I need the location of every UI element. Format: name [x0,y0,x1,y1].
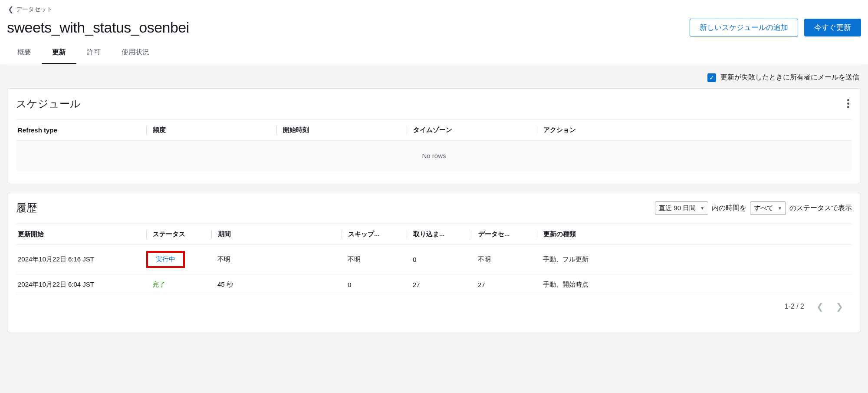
cell-dataset: 不明 [472,255,537,264]
range-select[interactable]: 直近 90 日間 ▼ [655,201,708,215]
schedule-card: スケジュール Refresh type 頻度 開始時刻 タイムゾーン アクション… [7,88,861,183]
cell-start: 2024年10月22日 6:04 JST [16,281,146,289]
mail-on-fail-checkbox[interactable]: ✓ [707,73,716,82]
range-value: 直近 90 日間 [659,204,696,212]
status-value: すべて [754,204,773,212]
col-status: ステータス [146,230,211,238]
chevron-left-icon: ❮ [8,5,13,13]
cell-status: 実行中 [146,251,211,268]
pager-range: 1-2 / 2 [785,303,804,310]
tab-permissions[interactable]: 許可 [76,43,111,64]
cell-dataset: 27 [472,281,537,288]
table-row: 2024年10月22日 6:04 JST 完了 45 秒 0 27 27 手動、… [16,274,852,295]
cell-imported: 27 [407,281,472,288]
filter-mid-label: 内の時間を [712,204,746,213]
schedule-menu-button[interactable] [845,96,852,111]
col-type: 更新の種類 [537,230,852,238]
cell-imported: 0 [407,256,472,263]
chevron-down-icon: ▼ [700,206,704,211]
cell-type: 手動、フル更新 [537,255,852,264]
cell-duration: 不明 [211,255,342,264]
cell-status: 完了 [146,281,211,289]
tab-overview[interactable]: 概要 [7,43,42,64]
add-schedule-button[interactable]: 新しいスケジュールの追加 [690,19,798,36]
col-start: 開始時刻 [276,126,407,134]
page-title: sweets_with_status_osenbei [7,19,189,36]
col-imported: 取り込ま... [407,230,472,238]
chevron-down-icon: ▼ [778,206,782,211]
col-start-time: 更新開始 [16,230,146,238]
tab-usage[interactable]: 使用状況 [111,43,160,64]
history-title: 履歴 [16,201,37,215]
filter-tail-label: のステータスで表示 [789,204,852,213]
pager: 1-2 / 2 ❮ ❯ [16,295,852,320]
cell-start: 2024年10月22日 6:16 JST [16,255,146,264]
pager-next[interactable]: ❯ [836,301,843,312]
col-refresh-type: Refresh type [16,126,146,134]
refresh-now-button[interactable]: 今すぐ更新 [804,19,861,36]
col-timezone: タイムゾーン [407,126,537,134]
history-card: 履歴 直近 90 日間 ▼ 内の時間を すべて ▼ のステータスで表示 更新開始… [7,193,861,332]
cell-duration: 45 秒 [211,281,342,289]
schedule-empty: No rows [16,141,852,171]
breadcrumb[interactable]: ❮ データセット [7,3,861,17]
col-frequency: 頻度 [146,126,276,134]
col-duration: 期間 [211,230,342,238]
tabs: 概要 更新 許可 使用状況 [7,43,861,64]
col-dataset: データセ... [472,230,537,238]
col-skipped: スキップ... [342,230,407,238]
cell-skipped: 不明 [342,255,407,264]
cell-skipped: 0 [342,281,407,288]
history-table-header: 更新開始 ステータス 期間 スキップ... 取り込ま... データセ... 更新… [16,224,852,245]
schedule-title: スケジュール [16,97,81,111]
schedule-table-header: Refresh type 頻度 開始時刻 タイムゾーン アクション [16,119,852,141]
pager-prev[interactable]: ❮ [816,301,824,312]
col-action: アクション [537,126,852,134]
breadcrumb-label: データセット [16,6,53,13]
mail-on-fail-label: 更新が失敗したときに所有者にメールを送信 [720,73,859,82]
status-select[interactable]: すべて ▼ [750,201,786,215]
table-row: 2024年10月22日 6:16 JST 実行中 不明 不明 0 不明 手動、フ… [16,245,852,274]
cell-type: 手動、開始時点 [537,281,852,289]
tab-refresh[interactable]: 更新 [42,43,76,64]
